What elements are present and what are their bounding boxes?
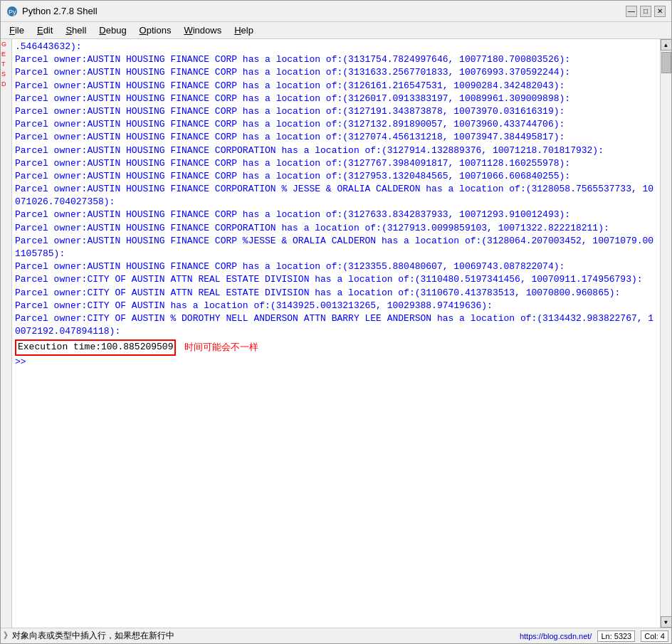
scroll-thumb[interactable] <box>661 52 671 73</box>
output-line-15: Parcel owner:AUSTIN HOUSING FINANCE CORP… <box>15 260 657 273</box>
main-window: Py Python 2.7.8 Shell — □ ✕ File Edit Sh… <box>0 0 672 644</box>
menu-options[interactable]: Options <box>134 23 177 37</box>
left-gutter: G E T S D <box>1 39 12 628</box>
minimize-button[interactable]: — <box>626 6 637 17</box>
output-line-10: Parcel owner:AUSTIN HOUSING FINANCE CORP… <box>15 170 657 183</box>
menu-windows[interactable]: Windows <box>178 23 227 37</box>
output-line-7: Parcel owner:AUSTIN HOUSING FINANCE CORP… <box>15 131 657 144</box>
menu-help[interactable]: Help <box>229 23 259 37</box>
output-line-2: Parcel owner:AUSTIN HOUSING FINANCE CORP… <box>15 66 657 79</box>
output-prompt: >> <box>15 356 657 369</box>
menu-bar: File Edit Shell Debug Options Windows He… <box>1 22 671 39</box>
output-line-6: Parcel owner:AUSTIN HOUSING FINANCE CORP… <box>15 118 657 131</box>
title-bar: Py Python 2.7.8 Shell — □ ✕ <box>1 1 671 22</box>
window-title: Python 2.7.8 Shell <box>22 6 98 16</box>
status-col: Col: 4 <box>641 630 668 642</box>
output-line-13: Parcel owner:AUSTIN HOUSING FINANCE CORP… <box>15 222 657 235</box>
time-note: 时间可能会不一样 <box>184 341 258 354</box>
gutter-label-g: G <box>1 39 11 49</box>
output-line-19: Parcel owner:CITY OF AUSTIN % DOROTHY NE… <box>15 312 657 338</box>
status-line: Ln: 5323 <box>597 630 635 642</box>
title-bar-left: Py Python 2.7.8 Shell <box>6 6 98 17</box>
execution-row: Execution time:100.885209509 时间可能会不一样 <box>15 339 657 355</box>
vertical-scrollbar[interactable]: ▲ ▼ <box>660 39 671 628</box>
output-line-14: Parcel owner:AUSTIN HOUSING FINANCE CORP… <box>15 235 657 260</box>
status-url: https://blog.csdn.net/ <box>520 632 592 640</box>
maximize-button[interactable]: □ <box>640 6 651 17</box>
menu-shell[interactable]: Shell <box>60 23 92 37</box>
menu-debug[interactable]: Debug <box>93 23 132 37</box>
gutter-label-d: D <box>1 79 11 89</box>
output-line-5: Parcel owner:AUSTIN HOUSING FINANCE CORP… <box>15 105 657 118</box>
menu-edit[interactable]: Edit <box>31 23 58 37</box>
close-button[interactable]: ✕ <box>654 6 666 17</box>
scroll-track[interactable] <box>661 51 672 616</box>
output-line-9: Parcel owner:AUSTIN HOUSING FINANCE CORP… <box>15 157 657 170</box>
bottom-hint: 》对象向表或类型中插入行，如果想在新行中 <box>4 630 174 642</box>
output-line-4: Parcel owner:AUSTIN HOUSING FINANCE CORP… <box>15 93 657 105</box>
output-line-11: Parcel owner:AUSTIN HOUSING FINANCE CORP… <box>15 183 657 208</box>
gutter-label-t: T <box>1 59 11 69</box>
title-bar-controls: — □ ✕ <box>626 6 666 17</box>
execution-time: Execution time:100.885209509 <box>15 339 176 355</box>
output-line-0: .546443632): <box>15 41 657 53</box>
bottom-right: https://blog.csdn.net/ Ln: 5323 Col: 4 <box>520 630 668 642</box>
output-line-18: Parcel owner:CITY OF AUSTIN has a locati… <box>15 300 657 312</box>
output-line-1: Parcel owner:AUSTIN HOUSING FINANCE CORP… <box>15 53 657 66</box>
python-icon: Py <box>6 6 18 17</box>
output-line-12: Parcel owner:AUSTIN HOUSING FINANCE CORP… <box>15 208 657 221</box>
shell-output[interactable]: .546443632): Parcel owner:AUSTIN HOUSING… <box>12 39 660 628</box>
svg-text:Py: Py <box>9 9 16 16</box>
output-line-3: Parcel owner:AUSTIN HOUSING FINANCE CORP… <box>15 80 657 93</box>
menu-file[interactable]: File <box>4 23 30 37</box>
bottom-bar: 》对象向表或类型中插入行，如果想在新行中 https://blog.csdn.n… <box>1 628 671 643</box>
output-line-8: Parcel owner:AUSTIN HOUSING FINANCE CORP… <box>15 144 657 157</box>
scroll-up-button[interactable]: ▲ <box>661 39 672 51</box>
gutter-label-e: E <box>1 49 11 59</box>
scroll-down-button[interactable]: ▼ <box>661 616 672 628</box>
output-line-17: Parcel owner:CITY OF AUSTIN ATTN REAL ES… <box>15 287 657 300</box>
output-line-16: Parcel owner:CITY OF AUSTIN ATTN REAL ES… <box>15 273 657 286</box>
content-area: G E T S D .546443632): Parcel owner:AUST… <box>1 39 671 628</box>
gutter-label-s: S <box>1 69 11 79</box>
